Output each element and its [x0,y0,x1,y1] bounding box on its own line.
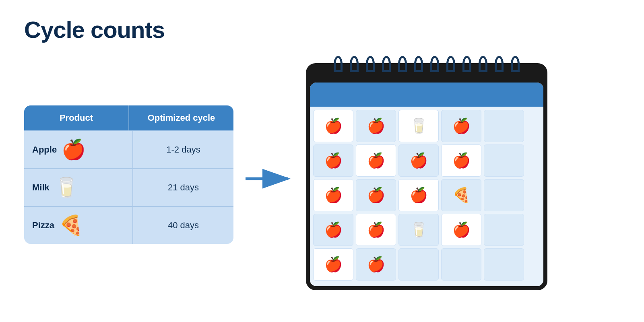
spiral-10 [479,56,487,72]
product-table: Product Optimized cycle Apple 🍎 1-2 days… [24,105,233,244]
spiral-9 [462,56,471,72]
spiral-1 [334,56,343,72]
col-cycle-header: Optimized cycle [129,105,233,130]
spiral-3 [366,56,375,72]
calendar-spiral-area [310,67,543,83]
cal-cell: 🍎 [398,144,439,177]
spiral-4 [382,56,391,72]
page-title: Cycle counts [24,16,620,43]
spiral-2 [350,56,359,72]
table-header: Product Optimized cycle [24,105,233,130]
cal-row-5: 🍎 🍎 [313,248,540,281]
arrow-icon [246,169,294,189]
product-cell-apple: Apple 🍎 [24,131,133,168]
cal-cell [484,144,524,177]
spiral-12 [511,56,520,72]
milk-icon: 🥛 [54,178,78,197]
cal-row-2: 🍎 🍎 🍎 🍎 [313,144,540,177]
product-label-milk: Milk [32,182,50,193]
spiral-7 [430,56,439,72]
cal-cell: 🍎 [313,144,353,177]
product-label-apple: Apple [32,144,57,155]
cycle-cell-apple: 1-2 days [133,136,233,164]
spiral-8 [446,56,455,72]
cal-cell: 🍎 [313,110,353,142]
content-row: Product Optimized cycle Apple 🍎 1-2 days… [24,59,620,290]
cal-cell: 🍎 [356,144,396,177]
spiral-6 [414,56,423,72]
spiral-11 [495,56,504,72]
calendar-grid: 🍎 🍎 🥛 🍎 🍎 🍎 🍎 🍎 [310,107,543,286]
calendar-header [310,83,543,107]
calendar-inner: 🍎 🍎 🥛 🍎 🍎 🍎 🍎 🍎 [310,83,543,286]
cal-cell: 🍎 [441,110,481,142]
cal-cell [441,248,481,281]
product-cell-milk: Milk 🥛 [24,169,133,206]
cal-cell: 🍕 [441,179,481,211]
product-cell-pizza: Pizza 🍕 [24,207,133,244]
cycle-cell-pizza: 40 days [133,211,233,239]
cal-row-1: 🍎 🍎 🥛 🍎 [313,110,540,142]
cal-cell [398,248,439,281]
cal-cell: 🍎 [356,179,396,211]
cal-row-4: 🍎 🍎 🥛 🍎 [313,214,540,246]
calendar-spirals [310,56,543,72]
cal-cell [484,248,524,281]
cal-cell: 🥛 [398,214,439,246]
cal-cell: 🍎 [398,179,439,211]
cal-cell [484,110,524,142]
table-row: Milk 🥛 21 days [24,168,233,206]
cycle-cell-milk: 21 days [133,173,233,202]
col-product-header: Product [24,105,129,130]
cal-row-3: 🍎 🍎 🍎 🍕 [313,179,540,211]
product-label-pizza: Pizza [32,220,54,231]
cal-cell: 🍎 [441,144,481,177]
table-row: Apple 🍎 1-2 days [24,130,233,168]
cal-cell [484,179,524,211]
main-container: Cycle counts Product Optimized cycle App… [24,16,620,290]
arrow-container [233,169,306,189]
cal-cell: 🍎 [313,248,353,281]
cal-cell: 🥛 [398,110,439,142]
apple-icon: 🍎 [62,140,86,159]
cal-cell: 🍎 [313,179,353,211]
cal-cell: 🍎 [356,248,396,281]
table-row: Pizza 🍕 40 days [24,206,233,244]
cal-cell: 🍎 [441,214,481,246]
cal-cell [484,214,524,246]
cal-cell: 🍎 [356,110,396,142]
spiral-5 [398,56,407,72]
pizza-icon: 🍕 [59,216,83,235]
cal-cell: 🍎 [356,214,396,246]
calendar: 🍎 🍎 🥛 🍎 🍎 🍎 🍎 🍎 [306,63,547,290]
cal-cell: 🍎 [313,214,353,246]
